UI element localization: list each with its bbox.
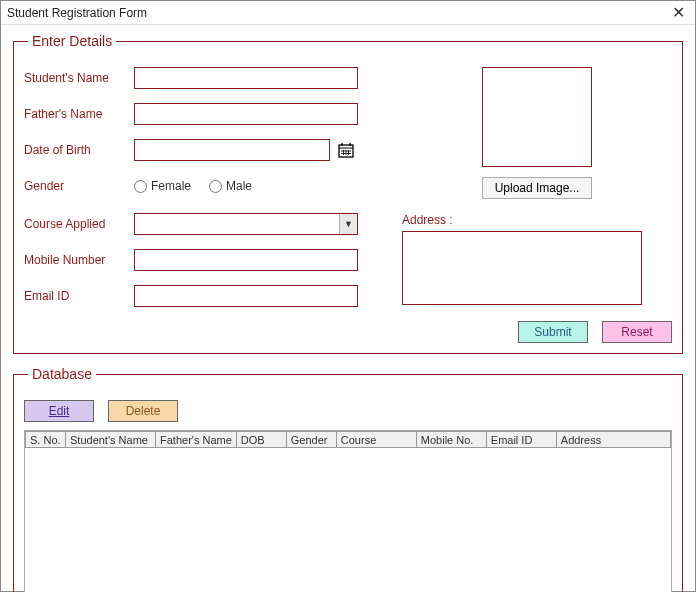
radio-female-label: Female <box>151 179 191 193</box>
submit-button[interactable]: Submit <box>518 321 588 343</box>
col-dob[interactable]: DOB <box>236 432 286 448</box>
label-student-name: Student's Name <box>24 71 134 85</box>
label-mobile: Mobile Number <box>24 253 134 267</box>
grid-body <box>25 448 671 592</box>
content-area: Enter Details Student's Name Father's Na… <box>1 25 695 592</box>
student-name-input[interactable] <box>134 67 358 89</box>
col-course[interactable]: Course <box>336 432 416 448</box>
col-address[interactable]: Address <box>556 432 670 448</box>
col-mobile[interactable]: Mobile No. <box>416 432 486 448</box>
window-title: Student Registration Form <box>7 6 147 20</box>
close-icon[interactable]: ✕ <box>668 3 689 22</box>
col-sno[interactable]: S. No. <box>26 432 66 448</box>
col-gender[interactable]: Gender <box>286 432 336 448</box>
label-gender: Gender <box>24 179 134 193</box>
titlebar: Student Registration Form ✕ <box>1 1 695 25</box>
radio-female[interactable]: Female <box>134 179 191 193</box>
reset-button[interactable]: Reset <box>602 321 672 343</box>
label-email: Email ID <box>24 289 134 303</box>
label-course: Course Applied <box>24 217 134 231</box>
form-left-column: Student's Name Father's Name Date of Bir… <box>24 67 384 311</box>
label-dob: Date of Birth <box>24 143 134 157</box>
photo-box <box>482 67 592 167</box>
label-father-name: Father's Name <box>24 107 134 121</box>
radio-male[interactable]: Male <box>209 179 252 193</box>
calendar-icon[interactable] <box>336 140 356 160</box>
col-father-name[interactable]: Father's Name <box>156 432 237 448</box>
label-address: Address : <box>402 213 672 227</box>
col-email[interactable]: Email ID <box>486 432 556 448</box>
database-group: Database Edit Delete S. No. Student's Na… <box>13 366 683 592</box>
radio-male-label: Male <box>226 179 252 193</box>
upload-image-button[interactable]: Upload Image... <box>482 177 592 199</box>
mobile-input[interactable] <box>134 249 358 271</box>
grid-header-row: S. No. Student's Name Father's Name DOB … <box>26 432 671 448</box>
enter-details-legend: Enter Details <box>28 33 116 49</box>
enter-details-group: Enter Details Student's Name Father's Na… <box>13 33 683 354</box>
delete-button[interactable]: Delete <box>108 400 178 422</box>
col-student-name[interactable]: Student's Name <box>66 432 156 448</box>
data-grid[interactable]: S. No. Student's Name Father's Name DOB … <box>24 430 672 592</box>
address-textarea[interactable] <box>402 231 642 305</box>
course-combo[interactable] <box>134 213 358 235</box>
father-name-input[interactable] <box>134 103 358 125</box>
edit-button[interactable]: Edit <box>24 400 94 422</box>
dob-input[interactable] <box>134 139 330 161</box>
form-right-column: Upload Image... Address : <box>402 67 672 311</box>
database-legend: Database <box>28 366 96 382</box>
email-input[interactable] <box>134 285 358 307</box>
radio-female-input[interactable] <box>134 180 147 193</box>
radio-male-input[interactable] <box>209 180 222 193</box>
window: Student Registration Form ✕ Enter Detail… <box>0 0 696 592</box>
